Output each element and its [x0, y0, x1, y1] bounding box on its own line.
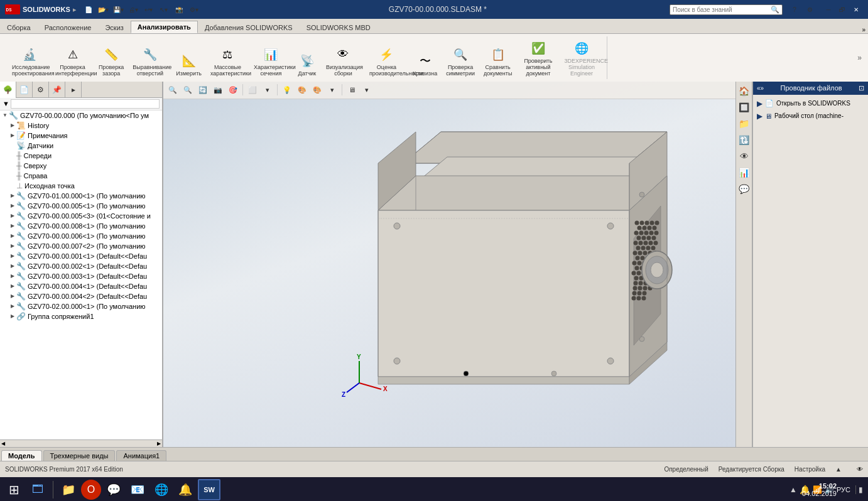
- ribbon-item-clearance[interactable]: 📏 Проверказазора: [95, 43, 127, 79]
- minimize-button[interactable]: ─: [822, 3, 835, 16]
- print-button[interactable]: 🖨▾: [127, 3, 141, 16]
- ribbon-item-visual[interactable]: 👁 Визуализациясборки: [323, 43, 364, 79]
- refresh-side-button[interactable]: 🔃: [737, 133, 751, 147]
- camera-icon[interactable]: 📷: [211, 83, 225, 97]
- tree-item-top[interactable]: ▶ ╫ Сверху: [0, 161, 162, 171]
- filter-input[interactable]: [11, 99, 160, 109]
- screen2-icon[interactable]: ▾: [360, 83, 374, 97]
- start-button[interactable]: ⊞: [3, 478, 25, 501]
- expand-icon[interactable]: ⊡: [859, 84, 864, 92]
- tree-item-notes[interactable]: ▶ 📝 Примечания: [0, 131, 162, 141]
- tree-expander-comp3[interactable]: ▶: [9, 212, 16, 220]
- tree-item-mates[interactable]: ▶ 🔗 Группа сопряжений1: [0, 311, 162, 321]
- tab-mbd[interactable]: SOLIDWORKS MBD: [300, 21, 377, 33]
- tree-expander-notes[interactable]: ▶: [9, 132, 16, 139]
- browser-red-button[interactable]: O: [81, 480, 101, 500]
- panel-tab-display[interactable]: 📌: [49, 82, 65, 98]
- restore-button[interactable]: 🗗: [835, 3, 849, 16]
- tab-animation[interactable]: Анимация1: [116, 450, 166, 461]
- status-arrow[interactable]: ▲: [835, 466, 842, 473]
- ribbon-item-holes[interactable]: 🔧 Выравниваниеотверстий: [129, 43, 170, 79]
- tree-item-comp9[interactable]: ▶ 🔧 GZV70-00.00.003<1> (Default<<Defau: [0, 271, 162, 281]
- tree-expander-history[interactable]: ▶: [9, 122, 16, 129]
- tree-expander-comp11[interactable]: ▶: [9, 293, 16, 300]
- display-style-icon[interactable]: 💡: [280, 83, 294, 97]
- tree-expander-comp1[interactable]: ▶: [9, 192, 16, 200]
- ribbon-item-research[interactable]: 🔬 Исследованиепроектирования: [9, 43, 50, 79]
- refresh-icon[interactable]: 🔄: [196, 83, 210, 97]
- cursor-button[interactable]: ↖▾: [157, 3, 171, 16]
- messenger-button[interactable]: 💬: [102, 478, 125, 501]
- ribbon-item-check[interactable]: ✅ Проверитьактивный документ: [518, 36, 558, 79]
- tree-expander-comp9[interactable]: ▶: [9, 272, 16, 280]
- target-icon[interactable]: 🎯: [226, 83, 240, 97]
- ribbon-item-perf[interactable]: ⚡ Оценкапроизводительности: [366, 43, 407, 79]
- close-button[interactable]: ✕: [849, 3, 863, 16]
- status-icon-eye[interactable]: 👁: [857, 466, 863, 473]
- 3d-viewport[interactable]: 🔍 🔍 🔄 📷 🎯 ⬜ ▾ 💡 🎨 🎨 ▾ 🖥 ▾: [163, 82, 735, 447]
- file-item-desktop[interactable]: ▶ 🖥 Рабочий стол (machine-: [756, 110, 865, 122]
- task-view-button[interactable]: 🗔: [26, 478, 49, 501]
- panel-tab-tree[interactable]: 🌳: [0, 82, 16, 98]
- view-icon[interactable]: ⬜: [246, 83, 259, 97]
- view2-icon[interactable]: ▾: [261, 83, 274, 97]
- tree-item-comp12[interactable]: ▶ 🔧 GZV70-02.00.000<1> (По умолчанию: [0, 301, 162, 311]
- tab-assembly[interactable]: Сборка: [0, 21, 38, 33]
- file-item-solidworks[interactable]: ▶ 📄 Открыть в SOLIDWORKS: [756, 97, 865, 110]
- save-button[interactable]: 💾▾: [112, 3, 126, 16]
- solidworks-taskbar-button[interactable]: SW: [198, 479, 220, 500]
- folder-side-button[interactable]: 📁: [737, 117, 751, 131]
- tree-expander-comp6[interactable]: ▶: [9, 242, 16, 250]
- chart-side-button[interactable]: 📊: [737, 166, 751, 180]
- tree-expander-mates[interactable]: ▶: [9, 313, 16, 320]
- color3-icon[interactable]: ▾: [325, 83, 339, 97]
- ribbon-item-mass[interactable]: ⚖ Массовыехарактеристики: [207, 43, 248, 79]
- help-button[interactable]: ?: [788, 3, 801, 16]
- home-side-button[interactable]: 🏠: [737, 84, 751, 98]
- tab-sketch[interactable]: Эскиз: [98, 21, 130, 33]
- tab-3d-views[interactable]: Трехмерные виды: [43, 450, 116, 461]
- tree-item-comp10[interactable]: ▶ 🔧 GZV70-00.00.004<1> (Default<<Defau: [0, 281, 162, 291]
- tree-expander-comp7[interactable]: ▶: [9, 252, 16, 260]
- tree-item-history[interactable]: ▶ 📜 History: [0, 121, 162, 131]
- options-button[interactable]: ⚙▾: [187, 3, 201, 16]
- tree-item-comp11[interactable]: ▶ 🔧 GZV70-00.00.004<2> (Default<<Defau: [0, 291, 162, 301]
- ribbon-item-section[interactable]: 📊 Характеристикисечения: [251, 43, 291, 79]
- ribbon-item-curvature[interactable]: 〜 Кривизна: [410, 49, 440, 79]
- new-button[interactable]: 📄: [82, 3, 95, 16]
- ribbon-item-symmetry[interactable]: 🔍 Проверкасимметрии: [443, 43, 478, 79]
- tree-item-comp8[interactable]: ▶ 🔧 GZV70-00.00.002<1> (Default<<Defau: [0, 261, 162, 271]
- rect-side-button[interactable]: 🔲: [737, 100, 751, 114]
- open-button[interactable]: 📂▾: [97, 3, 111, 16]
- scroll-right-icon[interactable]: ▶: [157, 441, 161, 446]
- ribbon-item-3dexp[interactable]: 🌐 3DEXPERIENCESimulationEngineer: [561, 36, 602, 79]
- zoom-icon[interactable]: 🔍: [166, 83, 180, 97]
- tree-expander-root[interactable]: ▼: [1, 112, 9, 119]
- tree-expander-comp2[interactable]: ▶: [9, 202, 16, 210]
- tree-item-comp4[interactable]: ▶ 🔧 GZV70-00.00.008<1> (По умолчанию: [0, 221, 162, 231]
- ribbon-item-measure[interactable]: 📐 Измерить: [173, 49, 205, 79]
- screen-icon[interactable]: 🖥: [345, 83, 359, 97]
- ribbon-item-sensor[interactable]: 📡 Датчик: [294, 49, 320, 79]
- tree-item-comp5[interactable]: ▶ 🔧 GZV70-00.00.006<1> (По умолчанию: [0, 231, 162, 241]
- panel-tab-more[interactable]: ▸: [65, 82, 82, 98]
- search-input[interactable]: [673, 6, 771, 13]
- tab-model[interactable]: Модель: [1, 450, 42, 461]
- tree-item-root[interactable]: ▼ 🔧 GZV70-00.00.000 (По умолчанию<По ум: [0, 110, 162, 121]
- notification-button[interactable]: 🔔: [174, 478, 197, 501]
- panel-tab-prop[interactable]: 📄: [16, 82, 33, 98]
- zoom2-icon[interactable]: 🔍: [181, 83, 195, 97]
- snap-button[interactable]: 📸: [172, 3, 186, 16]
- tree-expander-comp12[interactable]: ▶: [9, 303, 16, 310]
- ribbon-expand-icon[interactable]: »: [857, 53, 862, 62]
- search-bar[interactable]: 🔍: [670, 4, 783, 15]
- tree-item-comp2[interactable]: ▶ 🔧 GZV70-00.00.005<1> (По умолчанию: [0, 201, 162, 211]
- tab-analyze[interactable]: Анализировать: [131, 21, 198, 33]
- show-desktop-icon[interactable]: ▮: [855, 485, 863, 494]
- tab-layout[interactable]: Расположение: [38, 21, 99, 33]
- tree-item-comp3[interactable]: ▶ 🔧 GZV70-00.00.005<3> (01<Состояние и: [0, 211, 162, 221]
- tab-addins[interactable]: Добавления SOLIDWORKS: [198, 21, 300, 33]
- chrome-button[interactable]: 🌐: [150, 478, 173, 501]
- search-icon[interactable]: 🔍: [771, 6, 779, 14]
- email-button[interactable]: 📧: [126, 478, 149, 501]
